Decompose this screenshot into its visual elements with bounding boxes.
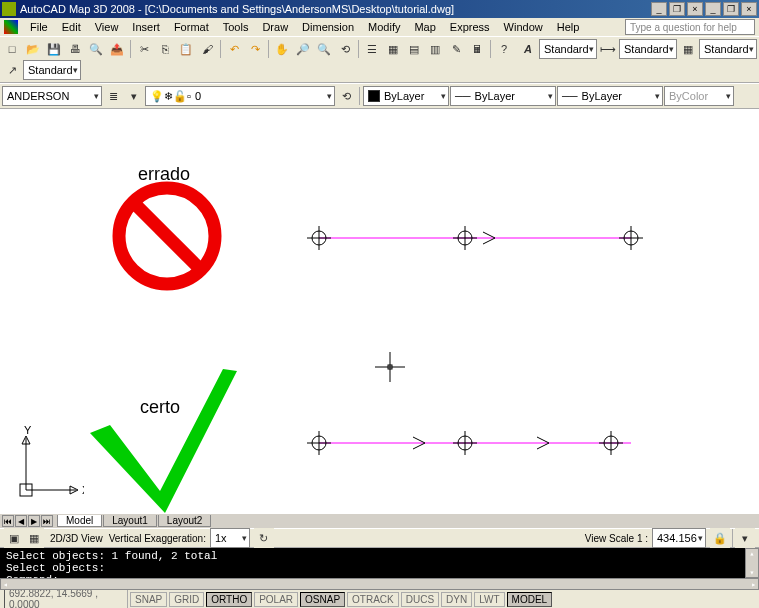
linetype-label: ByLayer — [475, 90, 515, 102]
cmd-scroll-v[interactable]: ▴▾ — [745, 548, 759, 578]
vex-label: Vertical Exaggeration: — [109, 533, 206, 544]
dimstyle-icon: ⟼ — [598, 39, 618, 59]
sheetset-button[interactable]: ▥ — [425, 39, 445, 59]
copy-button[interactable]: ⎘ — [155, 39, 175, 59]
textstyle-combo[interactable]: Standard — [539, 39, 597, 59]
dimstyle-combo[interactable]: Standard — [619, 39, 677, 59]
layer-combo[interactable]: 💡 ❄ 🔓 ▫ 0 — [145, 86, 335, 106]
zoom-prev-button[interactable]: ⟲ — [335, 39, 355, 59]
vex-combo[interactable]: 1x — [210, 528, 250, 548]
cmd-scroll-h[interactable]: ◂▸ — [0, 578, 759, 590]
menu-dimension[interactable]: Dimension — [296, 19, 360, 35]
tab-last-button[interactable]: ⏭ — [41, 515, 53, 527]
standard-toolbar: □ 📂 💾 🖶 🔍 📤 ✂ ⎘ 📋 🖌 ↶ ↷ ✋ 🔎 🔍 ⟲ ☰ ▦ ▤ ▥ … — [0, 36, 759, 83]
status-ortho-button[interactable]: ORTHO — [206, 592, 252, 607]
help-button[interactable]: ? — [494, 39, 514, 59]
drawing-combo[interactable]: ANDERSON — [2, 86, 102, 106]
calc-button[interactable]: 🖩 — [467, 39, 487, 59]
status-ducs-button[interactable]: DUCS — [401, 592, 439, 607]
undo-button[interactable]: ↶ — [224, 39, 244, 59]
zoom-win-button[interactable]: 🔍 — [314, 39, 334, 59]
menu-view[interactable]: View — [89, 19, 125, 35]
viewmode-label: 2D/3D View — [50, 533, 103, 544]
drawing-canvas[interactable]: errado certo Y — [0, 109, 759, 514]
view-mode-icon2[interactable]: ▦ — [24, 528, 44, 548]
status-osnap-button[interactable]: OSNAP — [300, 592, 345, 607]
mdi-restore-button[interactable]: ❐ — [669, 2, 685, 16]
designcenter-button[interactable]: ▦ — [383, 39, 403, 59]
menu-insert[interactable]: Insert — [126, 19, 166, 35]
menu-file[interactable]: File — [24, 19, 54, 35]
cut-button[interactable]: ✂ — [134, 39, 154, 59]
lineweight-combo[interactable]: ──ByLayer — [557, 86, 663, 106]
pan-button[interactable]: ✋ — [272, 39, 292, 59]
tab-next-button[interactable]: ▶ — [28, 515, 40, 527]
properties-button[interactable]: ☰ — [362, 39, 382, 59]
view-mode-icon[interactable]: ▣ — [4, 528, 24, 548]
layer-freeze-icon: ❄ — [164, 90, 173, 103]
minimize-button[interactable]: _ — [705, 2, 721, 16]
tablestyle-combo[interactable]: Standard — [699, 39, 757, 59]
menu-bar: File Edit View Insert Format Tools Draw … — [0, 18, 759, 36]
close-button[interactable]: × — [741, 2, 757, 16]
tab-layout2[interactable]: Layout2 — [158, 515, 212, 527]
svg-line-1 — [135, 204, 199, 268]
preview-button[interactable]: 🔍 — [86, 39, 106, 59]
tab-model[interactable]: Model — [57, 515, 102, 527]
color-swatch — [368, 90, 380, 102]
menu-tools[interactable]: Tools — [217, 19, 255, 35]
tab-layout1[interactable]: Layout1 — [103, 515, 157, 527]
toolpalette-button[interactable]: ▤ — [404, 39, 424, 59]
status-lwt-button[interactable]: LWT — [474, 592, 504, 607]
redo-button[interactable]: ↷ — [245, 39, 265, 59]
cmd-line-2: Select objects: — [6, 562, 753, 574]
menu-help[interactable]: Help — [551, 19, 586, 35]
status-model-button[interactable]: MODEL — [507, 592, 553, 607]
menu-draw[interactable]: Draw — [256, 19, 294, 35]
textstyle-icon: A — [518, 39, 538, 59]
mdi-close-button[interactable]: × — [687, 2, 703, 16]
axis-x-label: X — [82, 484, 84, 496]
layer-props-button[interactable]: ≣ — [103, 86, 123, 106]
publish-button[interactable]: 📤 — [107, 39, 127, 59]
save-button[interactable]: 💾 — [44, 39, 64, 59]
plot-button[interactable]: 🖶 — [65, 39, 85, 59]
menu-modify[interactable]: Modify — [362, 19, 406, 35]
layer-lock-icon: 🔓 — [173, 90, 187, 103]
color-combo[interactable]: ByLayer — [363, 86, 449, 106]
layer-filter-button[interactable]: ▾ — [124, 86, 144, 106]
menu-express[interactable]: Express — [444, 19, 496, 35]
markup-button[interactable]: ✎ — [446, 39, 466, 59]
scale-lock-button[interactable]: 🔒 — [710, 528, 730, 548]
tab-prev-button[interactable]: ◀ — [15, 515, 27, 527]
mdi-minimize-button[interactable]: _ — [651, 2, 667, 16]
restore-button[interactable]: ❐ — [723, 2, 739, 16]
status-dyn-button[interactable]: DYN — [441, 592, 472, 607]
layer-prev-button[interactable]: ⟲ — [336, 86, 356, 106]
layers-toolbar: ANDERSON ≣ ▾ 💡 ❄ 🔓 ▫ 0 ⟲ ByLayer ──ByLay… — [0, 83, 759, 109]
status-otrack-button[interactable]: OTRACK — [347, 592, 399, 607]
status-snap-button[interactable]: SNAP — [130, 592, 167, 607]
status-polar-button[interactable]: POLAR — [254, 592, 298, 607]
help-search-input[interactable]: Type a question for help — [625, 19, 755, 35]
paste-button[interactable]: 📋 — [176, 39, 196, 59]
zoom-rt-button[interactable]: 🔎 — [293, 39, 313, 59]
open-button[interactable]: 📂 — [23, 39, 43, 59]
mleaderstyle-combo[interactable]: Standard — [23, 60, 81, 80]
menu-edit[interactable]: Edit — [56, 19, 87, 35]
status-grid-button[interactable]: GRID — [169, 592, 204, 607]
menu-window[interactable]: Window — [498, 19, 549, 35]
scale-combo[interactable]: 434.156 — [652, 528, 706, 548]
linetype-combo[interactable]: ──ByLayer — [450, 86, 556, 106]
menu-map[interactable]: Map — [408, 19, 441, 35]
plotstyle-combo[interactable]: ByColor — [664, 86, 734, 106]
match-button[interactable]: 🖌 — [197, 39, 217, 59]
layout-flyout-button[interactable]: ▾ — [735, 528, 755, 548]
new-button[interactable]: □ — [2, 39, 22, 59]
crosshair-cursor — [375, 352, 405, 382]
menu-format[interactable]: Format — [168, 19, 215, 35]
coords-readout[interactable]: 692.8822, 14.5669 , 0.0000 — [4, 587, 128, 608]
refresh-view-button[interactable]: ↻ — [254, 528, 274, 548]
tab-first-button[interactable]: ⏮ — [2, 515, 14, 527]
command-window[interactable]: Select objects: 1 found, 2 total Select … — [0, 548, 759, 590]
